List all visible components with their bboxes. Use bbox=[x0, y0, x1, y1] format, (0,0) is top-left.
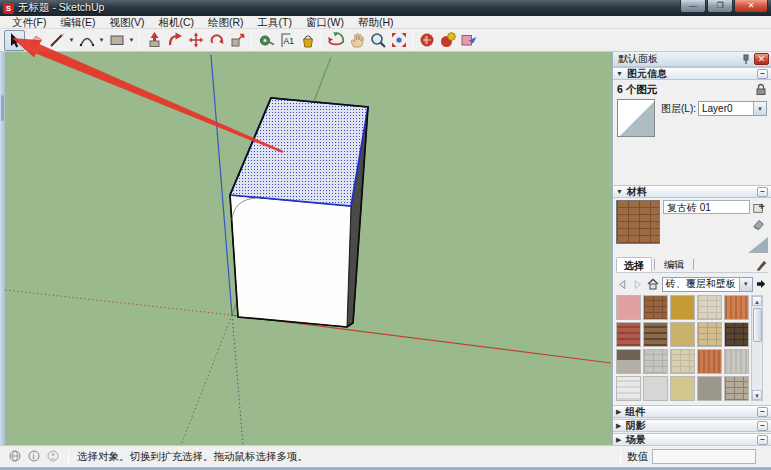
menu-item[interactable]: 文件(F) bbox=[5, 16, 53, 29]
lock-icon[interactable] bbox=[755, 83, 767, 96]
forward-arrow-icon[interactable] bbox=[631, 277, 644, 292]
3d-viewport[interactable] bbox=[5, 52, 612, 445]
move-tool-button[interactable] bbox=[185, 30, 206, 51]
material-swatch[interactable] bbox=[616, 376, 641, 401]
material-swatch[interactable] bbox=[724, 322, 749, 347]
close-button[interactable]: ✕ bbox=[734, 0, 768, 13]
eraser-tool-button[interactable] bbox=[25, 30, 46, 51]
eraser-icon bbox=[27, 31, 45, 49]
menu-item[interactable]: 绘图(R) bbox=[201, 16, 251, 29]
active-material-preview[interactable] bbox=[616, 200, 660, 244]
secondary-pane-arrow-icon[interactable] bbox=[755, 277, 768, 292]
material-swatch[interactable] bbox=[643, 295, 668, 320]
entity-info-minimize-button[interactable]: − bbox=[757, 69, 768, 79]
push-pull-icon bbox=[145, 31, 163, 49]
tab-separator bbox=[654, 259, 655, 270]
line-dropdown-arrow-icon[interactable]: ▼ bbox=[67, 30, 76, 51]
material-swatch[interactable] bbox=[616, 349, 641, 374]
entity-info-title: 图元信息 bbox=[627, 67, 667, 81]
minimize-button[interactable]: — bbox=[680, 0, 706, 13]
sign-in-status-icon[interactable] bbox=[47, 450, 59, 464]
material-swatch[interactable] bbox=[643, 322, 668, 347]
materials-tab-select[interactable]: 选择 bbox=[616, 257, 652, 272]
layer-dropdown-arrow[interactable]: ▼ bbox=[753, 102, 766, 115]
menu-item[interactable]: 相机(C) bbox=[151, 16, 201, 29]
scroll-down-icon[interactable]: ▼ bbox=[752, 390, 762, 400]
section-minimize-button[interactable]: − bbox=[757, 407, 768, 417]
push-pull-tool-button[interactable] bbox=[143, 30, 164, 51]
rectangle-tool-button[interactable] bbox=[106, 30, 127, 51]
collection-dropdown-arrow[interactable]: ▼ bbox=[739, 278, 752, 291]
cube-front-face[interactable] bbox=[230, 195, 351, 327]
menu-item[interactable]: 编辑(E) bbox=[53, 16, 102, 29]
maximize-button[interactable]: ❐ bbox=[707, 0, 733, 13]
rectangle-dropdown-arrow-icon[interactable]: ▼ bbox=[127, 30, 136, 51]
section-header-components[interactable]: ▶组件− bbox=[613, 405, 771, 418]
get-models-tool-button[interactable] bbox=[416, 30, 437, 51]
scroll-up-icon[interactable]: ▲ bbox=[752, 296, 762, 306]
extension-warehouse-icon bbox=[460, 31, 478, 49]
materials-minimize-button[interactable]: − bbox=[757, 187, 768, 197]
home-icon[interactable] bbox=[647, 277, 660, 292]
back-arrow-icon[interactable] bbox=[616, 277, 629, 292]
arc-tool-button[interactable] bbox=[76, 30, 97, 51]
material-swatch[interactable] bbox=[724, 349, 749, 374]
menu-item[interactable]: 帮助(H) bbox=[351, 16, 401, 29]
tape-measure-tool-button[interactable] bbox=[255, 30, 276, 51]
section-header-shadows[interactable]: ▶阴影− bbox=[613, 419, 771, 432]
geolocation-status-icon[interactable] bbox=[9, 450, 21, 464]
material-swatch[interactable] bbox=[724, 376, 749, 401]
panel-close-button[interactable]: ✕ bbox=[754, 53, 769, 65]
swatch-scrollbar[interactable]: ▲ ▼ bbox=[751, 295, 763, 401]
material-swatch[interactable] bbox=[670, 376, 695, 401]
material-swatch[interactable] bbox=[670, 322, 695, 347]
materials-tab-edit[interactable]: 编辑 bbox=[657, 257, 691, 272]
create-material-icon[interactable] bbox=[752, 201, 766, 215]
material-swatch[interactable] bbox=[643, 376, 668, 401]
zoom-extents-tool-button[interactable] bbox=[388, 30, 409, 51]
material-swatch[interactable] bbox=[697, 322, 722, 347]
rotate-tool-button[interactable] bbox=[206, 30, 227, 51]
material-collection-dropdown[interactable]: 砖、覆层和壁板 ▼ bbox=[662, 277, 753, 292]
menu-item[interactable]: 工具(T) bbox=[251, 16, 299, 29]
orbit-tool-button[interactable] bbox=[325, 30, 346, 51]
menu-item[interactable]: 视图(V) bbox=[102, 16, 151, 29]
material-swatch[interactable] bbox=[697, 376, 722, 401]
line-tool-button[interactable] bbox=[46, 30, 67, 51]
pan-tool-button[interactable] bbox=[346, 30, 367, 51]
menu-item[interactable]: 窗口(W) bbox=[299, 16, 351, 29]
zoom-tool-button[interactable] bbox=[367, 30, 388, 51]
scale-tool-button[interactable] bbox=[227, 30, 248, 51]
entity-info-header[interactable]: ▼ 图元信息 − bbox=[613, 67, 771, 80]
set-default-material-icon[interactable] bbox=[752, 217, 766, 231]
select-tool-button[interactable] bbox=[4, 30, 25, 51]
materials-header[interactable]: ▼ 材料 − bbox=[613, 185, 771, 198]
text-tool-button[interactable]: A1 bbox=[276, 30, 297, 51]
follow-me-tool-button[interactable] bbox=[164, 30, 185, 51]
share-model-tool-button[interactable] bbox=[437, 30, 458, 51]
credits-status-icon[interactable]: i bbox=[28, 450, 40, 464]
section-minimize-button[interactable]: − bbox=[757, 421, 768, 431]
material-swatch[interactable] bbox=[616, 295, 641, 320]
default-panel: 默认面板 ✕ ▼ 图元信息 − 6 个图元 bbox=[612, 52, 771, 445]
material-swatch[interactable] bbox=[697, 349, 722, 374]
panel-title-bar[interactable]: 默认面板 ✕ bbox=[613, 52, 771, 67]
paint-bucket-tool-button[interactable] bbox=[297, 30, 318, 51]
scrollbar-thumb[interactable] bbox=[753, 308, 762, 342]
material-name-input[interactable]: 复古砖 01 bbox=[663, 200, 750, 214]
material-swatch[interactable] bbox=[643, 349, 668, 374]
layer-dropdown[interactable]: Layer0 ▼ bbox=[698, 101, 767, 116]
extension-warehouse-tool-button[interactable] bbox=[458, 30, 479, 51]
line-icon bbox=[48, 31, 66, 49]
arc-dropdown-arrow-icon[interactable]: ▼ bbox=[97, 30, 106, 51]
menu-bar: 文件(F)编辑(E)视图(V)相机(C)绘图(R)工具(T)窗口(W)帮助(H) bbox=[0, 16, 771, 29]
sample-paint-pencil-icon[interactable] bbox=[755, 258, 768, 271]
pin-icon[interactable] bbox=[741, 54, 751, 65]
material-swatch[interactable] bbox=[697, 295, 722, 320]
material-swatch[interactable] bbox=[670, 295, 695, 320]
material-swatch[interactable] bbox=[616, 322, 641, 347]
section-minimize-button[interactable]: − bbox=[757, 435, 768, 445]
material-swatch[interactable] bbox=[670, 349, 695, 374]
measurements-input[interactable] bbox=[652, 449, 756, 464]
material-swatch[interactable] bbox=[724, 295, 749, 320]
